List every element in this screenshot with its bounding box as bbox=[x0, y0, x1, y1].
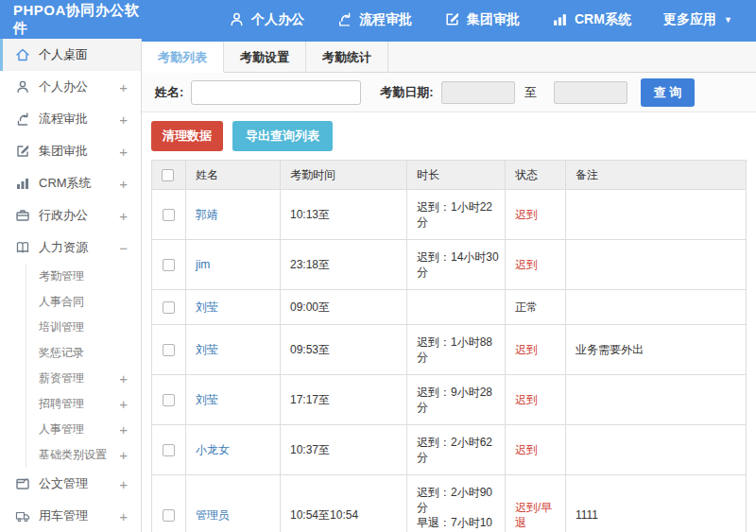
name-cell: 刘莹 bbox=[186, 290, 281, 325]
navbar-item-group-approval[interactable]: 集团审批 bbox=[444, 11, 520, 28]
navbar-item-personal-office[interactable]: 个人办公 bbox=[229, 11, 304, 28]
expand-icon[interactable]: + bbox=[119, 477, 128, 491]
employee-name-link[interactable]: 小龙女 bbox=[196, 443, 230, 456]
sidebar-item-document-management[interactable]: 公文管理+ bbox=[0, 468, 141, 500]
sidebar-item-admin-office[interactable]: 行政办公+ bbox=[0, 199, 141, 232]
navbar-item-crm-system[interactable]: CRM系统 bbox=[552, 11, 631, 28]
row-checkbox[interactable] bbox=[163, 301, 175, 314]
sidebar-subitem-hr-contract[interactable]: 人事合同 bbox=[26, 289, 141, 315]
sidebar-item-personal-office[interactable]: 个人办公+ bbox=[0, 71, 141, 103]
expand-icon[interactable]: + bbox=[119, 209, 128, 223]
workflow-icon bbox=[15, 112, 30, 127]
duration-cell: 迟到：2小时90分早退：7小时10分 bbox=[407, 475, 506, 532]
table-body: 郭靖10:13至迟到：1小时22分迟到jim23:18至迟到：14小时30分迟到… bbox=[152, 190, 747, 532]
checkbox-cell bbox=[152, 190, 186, 240]
date-to-input[interactable] bbox=[554, 81, 627, 104]
sidebar-subitem-label: 人事合同 bbox=[39, 294, 84, 310]
column-header: 状态 bbox=[506, 161, 566, 190]
expand-icon[interactable]: + bbox=[119, 509, 128, 523]
workflow-icon bbox=[336, 11, 352, 27]
note-cell bbox=[566, 290, 747, 325]
row-checkbox[interactable] bbox=[163, 209, 175, 221]
table-row: 刘莹17:17至迟到：9小时28分迟到 bbox=[152, 375, 747, 425]
checkbox-cell bbox=[152, 290, 186, 325]
folder-icon bbox=[15, 476, 30, 491]
name-input[interactable] bbox=[191, 80, 361, 105]
sidebar-item-label: 人力资源 bbox=[39, 239, 88, 256]
time-cell: 17:17至 bbox=[281, 375, 407, 425]
row-checkbox[interactable] bbox=[163, 344, 175, 356]
table-actions: 清理数据 导出查询列表 bbox=[142, 112, 756, 160]
sidebar-subtree: 考勤管理人事合同培训管理奖惩记录薪资管理+招聘管理+人事管理+基础类别设置+ bbox=[26, 264, 141, 468]
row-checkbox[interactable] bbox=[163, 259, 175, 271]
sidebar-subitem-label: 考勤管理 bbox=[39, 268, 84, 284]
table-row: 郭靖10:13至迟到：1小时22分迟到 bbox=[152, 190, 747, 240]
time-cell: 09:53至 bbox=[281, 325, 407, 375]
navbar-menu: 个人办公流程审批集团审批CRM系统更多应用▼ bbox=[229, 11, 756, 28]
employee-name-link[interactable]: 刘莹 bbox=[196, 393, 218, 406]
clean-data-button[interactable]: 清理数据 bbox=[151, 121, 223, 151]
attendance-table: 姓名考勤时间时长状态备注 郭靖10:13至迟到：1小时22分迟到jim23:18… bbox=[151, 160, 747, 532]
column-header: 姓名 bbox=[186, 161, 281, 190]
main-content: 考勤列表考勤设置考勤统计 姓名: 考勤日期: 至 查 询 清理数据 导出查询列表… bbox=[142, 39, 756, 532]
checkbox-cell bbox=[152, 375, 186, 425]
select-all-checkbox[interactable] bbox=[162, 169, 174, 181]
navbar-item-label: 集团审批 bbox=[467, 11, 520, 28]
collapse-icon[interactable]: − bbox=[119, 241, 128, 255]
sidebar-subitem-recruitment-management[interactable]: 招聘管理+ bbox=[26, 391, 141, 417]
tab-attendance-list[interactable]: 考勤列表 bbox=[142, 42, 224, 73]
sidebar-subitem-base-category-settings[interactable]: 基础类别设置+ bbox=[26, 442, 141, 468]
sidebar-item-group-approval[interactable]: 集团审批+ bbox=[0, 135, 141, 167]
expand-icon[interactable]: + bbox=[119, 145, 128, 159]
sidebar-item-label: 公文管理 bbox=[39, 475, 88, 492]
checkbox-cell bbox=[152, 475, 186, 532]
navbar-item-more-apps[interactable]: 更多应用▼ bbox=[663, 11, 732, 28]
sidebar-item-crm-system[interactable]: CRM系统+ bbox=[0, 167, 141, 199]
table-row: jim23:18至迟到：14小时30分迟到 bbox=[152, 240, 747, 290]
employee-name-link[interactable]: jim bbox=[196, 258, 210, 271]
status-cell: 迟到/早退 bbox=[506, 475, 566, 532]
sidebar-item-vehicle-management[interactable]: 用车管理+ bbox=[0, 500, 141, 532]
sidebar-item-personal-desktop[interactable]: 个人桌面 bbox=[0, 39, 141, 71]
duration-cell: 迟到：14小时30分 bbox=[407, 240, 506, 290]
search-button[interactable]: 查 询 bbox=[641, 78, 696, 107]
duration-line: 迟到：9小时28分 bbox=[417, 385, 503, 415]
sidebar-subitem-attendance-management[interactable]: 考勤管理 bbox=[26, 264, 141, 289]
row-checkbox[interactable] bbox=[163, 444, 175, 456]
sidebar-item-human-resources[interactable]: 人力资源− bbox=[0, 232, 141, 264]
name-label: 姓名: bbox=[155, 84, 183, 101]
row-checkbox[interactable] bbox=[163, 509, 175, 522]
sidebar-subitem-training-management[interactable]: 培训管理 bbox=[26, 315, 141, 340]
sidebar-subitem-reward-punishment-records[interactable]: 奖惩记录 bbox=[26, 340, 141, 366]
status-cell: 迟到 bbox=[506, 325, 566, 375]
employee-name-link[interactable]: 郭靖 bbox=[196, 208, 218, 221]
date-from-input[interactable] bbox=[441, 81, 515, 104]
expand-icon[interactable]: + bbox=[119, 80, 128, 94]
export-list-button[interactable]: 导出查询列表 bbox=[232, 121, 333, 151]
filter-form: 姓名: 考勤日期: 至 查 询 bbox=[142, 73, 756, 112]
expand-icon[interactable]: + bbox=[119, 371, 128, 386]
time-cell: 10:13至 bbox=[281, 190, 407, 240]
tab-attendance-settings[interactable]: 考勤设置 bbox=[224, 42, 306, 73]
note-cell: 1111 bbox=[566, 475, 747, 532]
duration-line: 迟到：1小时88分 bbox=[417, 335, 503, 365]
duration-cell: 迟到：9小时28分 bbox=[407, 375, 506, 425]
duration-line: 迟到：14小时30分 bbox=[417, 249, 503, 280]
expand-icon[interactable]: + bbox=[119, 177, 128, 191]
employee-name-link[interactable]: 刘莹 bbox=[196, 300, 218, 314]
row-checkbox[interactable] bbox=[163, 394, 175, 406]
expand-icon[interactable]: + bbox=[119, 422, 128, 437]
name-cell: 刘莹 bbox=[186, 325, 281, 375]
name-cell: 郭靖 bbox=[186, 190, 281, 240]
sidebar-subitem-salary-management[interactable]: 薪资管理+ bbox=[26, 366, 141, 391]
expand-icon[interactable]: + bbox=[119, 448, 128, 462]
expand-icon[interactable]: + bbox=[119, 397, 128, 411]
tab-attendance-stats[interactable]: 考勤统计 bbox=[306, 42, 388, 73]
sidebar-item-workflow-approval[interactable]: 流程审批+ bbox=[0, 103, 141, 135]
expand-icon[interactable]: + bbox=[119, 112, 128, 127]
employee-name-link[interactable]: 管理员 bbox=[196, 508, 230, 522]
sidebar-subitem-personnel-management[interactable]: 人事管理+ bbox=[26, 417, 141, 442]
employee-name-link[interactable]: 刘莹 bbox=[196, 343, 218, 356]
duration-cell: 迟到：2小时62分 bbox=[407, 425, 506, 475]
navbar-item-workflow-approval[interactable]: 流程审批 bbox=[336, 11, 412, 28]
